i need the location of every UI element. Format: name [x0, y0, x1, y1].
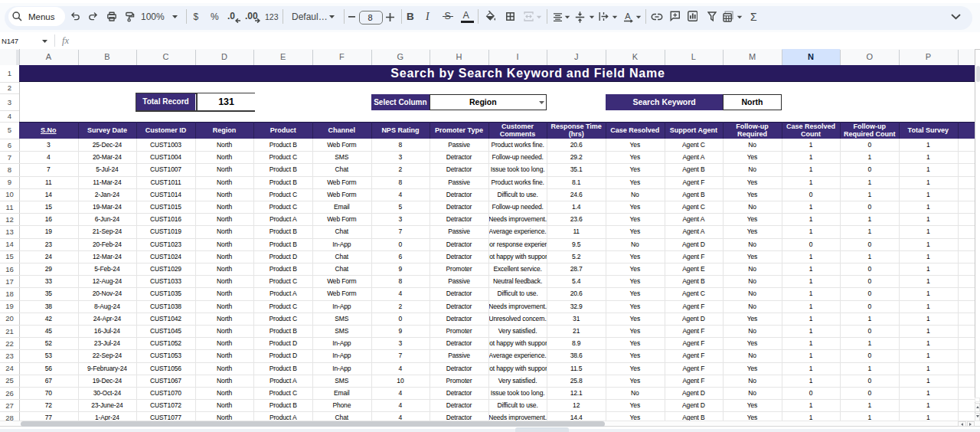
svg-text:A: A	[625, 11, 631, 20]
